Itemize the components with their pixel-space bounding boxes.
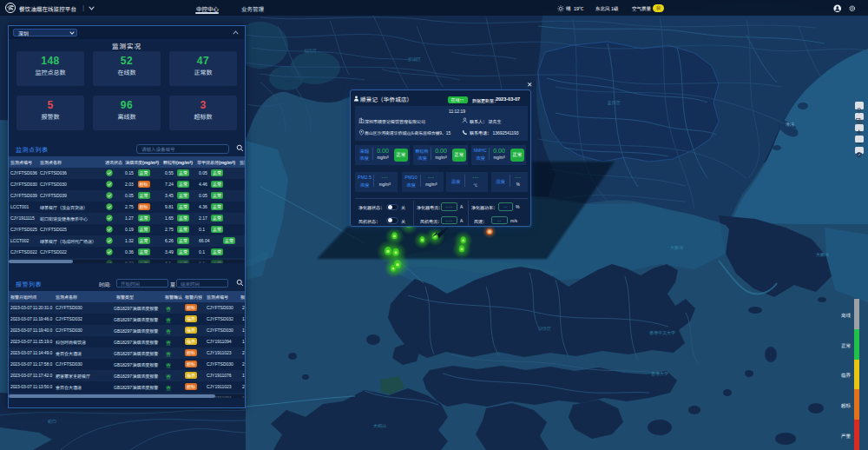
svg-text:盐田区: 盐田区	[608, 99, 621, 105]
svg-text:香港大学: 香港大学	[651, 370, 668, 376]
svg-text:罗湖区: 罗湖区	[408, 56, 421, 63]
svg-text:港湾: 港湾	[786, 121, 794, 127]
svg-text:大鹏湾: 大鹏湾	[816, 251, 829, 257]
svg-text:福田区: 福田区	[304, 47, 317, 54]
svg-text:大鹏湾: 大鹏湾	[670, 244, 683, 250]
svg-text:蛇口: 蛇口	[48, 418, 56, 424]
svg-text:大屿山: 大屿山	[373, 422, 386, 428]
svg-text:沙田区: 沙田区	[538, 325, 551, 331]
svg-text:香港中文大学: 香港中文大学	[649, 329, 675, 335]
